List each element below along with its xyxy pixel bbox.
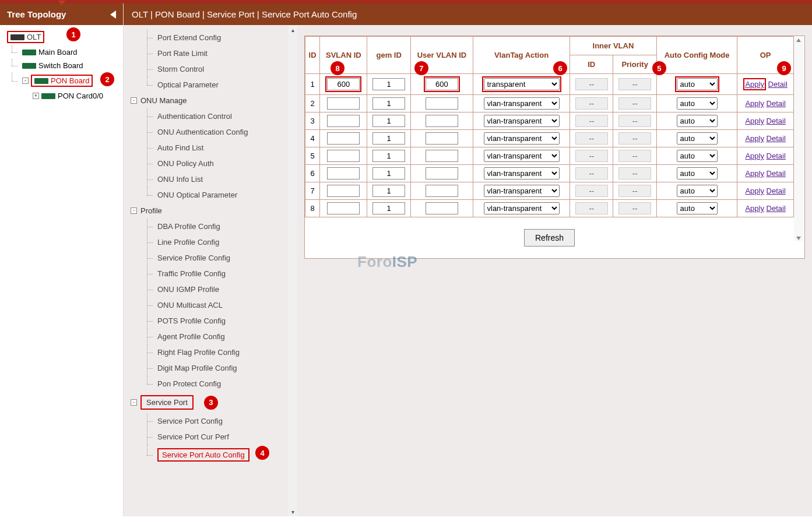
text-input[interactable]	[372, 185, 405, 197]
menu-section-onu_manage[interactable]: -ONU Manage	[131, 93, 294, 108]
select-input[interactable]: auto	[677, 202, 718, 214]
menu-item[interactable]: Authentication Control	[147, 108, 294, 124]
apply-link[interactable]: Apply	[745, 80, 764, 89]
menu-item[interactable]: Port Extend Config	[147, 30, 294, 45]
text-input[interactable]	[327, 78, 360, 90]
select-input[interactable]: transparentvlan-transparent	[484, 185, 560, 197]
menu-item[interactable]: Auto Find List	[147, 140, 294, 156]
tree-node-switch-board[interactable]: Switch Board	[2, 59, 121, 72]
menu-item[interactable]: ONU Multicast ACL	[147, 297, 294, 313]
text-input[interactable]	[426, 115, 458, 127]
menu-item[interactable]: Service Port Auto Config4	[147, 445, 294, 465]
select-input[interactable]: transparentvlan-transparent	[484, 150, 560, 162]
text-input[interactable]	[327, 115, 360, 127]
text-input[interactable]	[372, 150, 405, 162]
menu-item[interactable]: ONU Policy Auth	[147, 156, 294, 171]
select-input[interactable]: auto	[677, 150, 718, 162]
menu-item[interactable]: Pon Protect Config	[147, 376, 294, 392]
select-input[interactable]: transparentvlan-transparent	[484, 202, 560, 214]
expand-icon[interactable]: +	[33, 93, 39, 99]
menu-item[interactable]: Service Port Config	[147, 413, 294, 429]
apply-link[interactable]: Apply	[745, 169, 764, 178]
menu-item[interactable]: DBA Profile Config	[147, 219, 294, 234]
tree-node-pon-board[interactable]: - PON Board 2	[2, 72, 121, 89]
apply-link[interactable]: Apply	[745, 117, 764, 125]
apply-link[interactable]: Apply	[745, 134, 764, 143]
text-input[interactable]	[426, 202, 458, 214]
text-input[interactable]	[372, 167, 405, 179]
text-input[interactable]	[426, 78, 458, 90]
scroll-down-icon[interactable]: ▾	[288, 507, 297, 516]
select-input[interactable]: auto	[677, 132, 718, 145]
menu-item[interactable]: Line Profile Config	[147, 234, 294, 250]
select-input[interactable]: auto	[677, 97, 718, 110]
menu-item[interactable]: Service Port Cur Perf	[147, 429, 294, 445]
select-input[interactable]: transparentvlan-transparent	[484, 115, 560, 127]
text-input[interactable]	[372, 78, 405, 90]
menu-item[interactable]: ONU IGMP Profile	[147, 281, 294, 297]
select-input[interactable]: transparentvlan-transparent	[484, 78, 560, 90]
scroll-up-icon[interactable]: ▴	[288, 25, 297, 34]
menu-item[interactable]: ONU Info List	[147, 171, 294, 187]
text-input[interactable]	[426, 167, 458, 179]
text-input[interactable]	[426, 132, 458, 145]
text-input[interactable]	[327, 167, 360, 179]
menu-item[interactable]: Optical Parameter	[147, 77, 294, 93]
select-input[interactable]: auto	[677, 78, 718, 90]
text-input[interactable]	[327, 150, 360, 162]
text-input[interactable]	[372, 97, 405, 110]
text-input[interactable]	[372, 132, 405, 145]
select-input[interactable]: transparentvlan-transparent	[484, 97, 560, 110]
refresh-button[interactable]: Refresh	[524, 229, 575, 247]
menu-item[interactable]: ONU Authentication Config	[147, 124, 294, 140]
detail-link[interactable]: Detail	[767, 169, 786, 178]
select-input[interactable]: auto	[677, 167, 718, 179]
scroll-up-icon[interactable]	[796, 38, 801, 42]
detail-link[interactable]: Detail	[767, 186, 786, 195]
menu-item[interactable]: Traffic Profile Config	[147, 266, 294, 281]
menu-item[interactable]: ONU Optical Parameter	[147, 187, 294, 203]
menu-item[interactable]: Service Profile Config	[147, 250, 294, 266]
select-input[interactable]: transparentvlan-transparent	[484, 167, 560, 179]
expand-icon[interactable]: -	[131, 97, 137, 104]
text-input[interactable]	[327, 132, 360, 145]
collapse-left-icon[interactable]	[110, 10, 116, 19]
text-input[interactable]	[372, 202, 405, 214]
menu-item[interactable]: Digit Map Profile Config	[147, 360, 294, 376]
text-input[interactable]	[327, 185, 360, 197]
tree-node-main-board[interactable]: Main Board	[2, 45, 121, 59]
detail-link[interactable]: Detail	[767, 99, 786, 108]
menu-item[interactable]: Agent Profile Config	[147, 329, 294, 344]
detail-link[interactable]: Detail	[767, 117, 786, 125]
text-input[interactable]	[426, 97, 458, 110]
apply-link[interactable]: Apply	[745, 186, 764, 195]
menu-scrollbar[interactable]: ▴ ▾	[288, 25, 297, 516]
table-scrollbar[interactable]	[794, 37, 803, 241]
menu-item[interactable]: Storm Control	[147, 61, 294, 77]
apply-link[interactable]: Apply	[745, 99, 764, 108]
menu-section-service_port[interactable]: -Service Port3	[131, 392, 294, 413]
text-input[interactable]	[426, 150, 458, 162]
menu-item[interactable]: POTS Profile Config	[147, 313, 294, 329]
select-input[interactable]: transparentvlan-transparent	[484, 132, 560, 145]
menu-item[interactable]: Right Flag Profile Config	[147, 344, 294, 360]
expand-icon[interactable]: -	[131, 399, 137, 406]
select-input[interactable]: auto	[677, 185, 718, 197]
detail-link[interactable]: Detail	[768, 80, 788, 89]
text-input[interactable]	[327, 202, 360, 214]
expand-icon[interactable]: -	[22, 78, 29, 84]
apply-link[interactable]: Apply	[745, 152, 764, 160]
detail-link[interactable]: Detail	[767, 152, 786, 160]
menu-section-profile[interactable]: -Profile	[131, 203, 294, 219]
menu-item[interactable]: Port Rate Limit	[147, 45, 294, 61]
detail-link[interactable]: Detail	[767, 134, 786, 143]
tree-node-pon-card[interactable]: +PON Card0/0	[2, 89, 121, 103]
detail-link[interactable]: Detail	[767, 204, 786, 213]
expand-icon[interactable]: -	[131, 207, 137, 214]
select-input[interactable]: auto	[677, 115, 718, 127]
text-input[interactable]	[426, 185, 458, 197]
tree-node-olt[interactable]: OLT 1	[2, 29, 121, 45]
text-input[interactable]	[372, 115, 405, 127]
text-input[interactable]	[327, 97, 360, 110]
apply-link[interactable]: Apply	[745, 204, 764, 213]
